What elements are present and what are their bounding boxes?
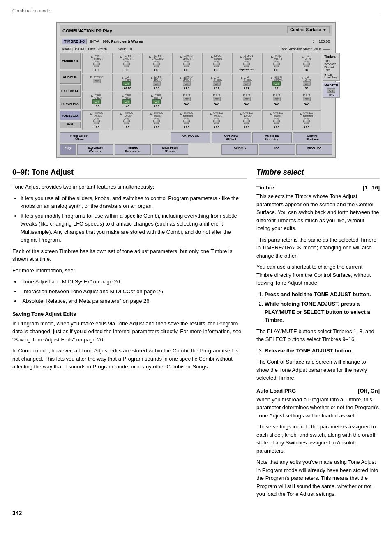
param-fltr-eq: ▶[2] FltrEQ Int Off +10 — [142, 74, 171, 91]
timbre-t1: T81 — [324, 59, 338, 63]
auto-load-para1: When you first load a Program into a Tim… — [256, 396, 380, 420]
knob-7[interactable] — [273, 61, 280, 67]
r4-val-3: +00 — [144, 125, 169, 129]
ms-vs-btn[interactable]: On — [272, 81, 280, 86]
cell-title-4: ▶[1] AmpLFO1 Int — [174, 54, 199, 60]
audio-in-btn[interactable]: Audio In/Sampling — [252, 132, 292, 143]
off7-btn[interactable]: Off — [273, 97, 281, 101]
param-time: ▶[2]Time On +0010 — [112, 74, 141, 91]
play-btn[interactable]: Play — [60, 144, 76, 155]
filter-eq-btn[interactable]: On — [152, 99, 160, 104]
value-3: +88 — [144, 68, 169, 72]
type-info: Type: Absolute Stored Value: —— — [280, 47, 330, 51]
rt-karma-text: RT/KARMA — [61, 102, 79, 106]
right-panel: Timbre: T81 INT-0032 Piano & Tech ■ Auto… — [323, 53, 340, 130]
r4-val-2: +00 — [114, 125, 139, 129]
filter-cutoff-btn[interactable]: On — [92, 99, 100, 104]
eg-knob-2[interactable] — [123, 118, 130, 124]
reverse-btn[interactable]: Off — [93, 79, 101, 83]
trans2-btn[interactable]: Off — [243, 81, 251, 86]
filter-reso-btn[interactable]: On — [122, 99, 130, 104]
off4-btn[interactable]: Off — [183, 97, 191, 101]
cell-title-2: ▶[1] FltrLFO1 Int — [114, 54, 139, 60]
value-7: +00 — [264, 68, 289, 72]
eg-knob-8[interactable] — [303, 118, 310, 124]
karma-btn[interactable]: KARMA — [221, 144, 258, 155]
page-header: Combination mode — [12, 8, 380, 15]
params-grid: ▶PitchStretch +0 ▶[1] FltrLFO1 Int +30 ▶… — [82, 53, 321, 130]
knob-6[interactable] — [243, 61, 250, 67]
param-filter-eg-sustain: ▶Filter EGSustain +00 — [142, 110, 171, 130]
off6-btn[interactable]: Off — [243, 97, 251, 101]
timbro-param-btn[interactable]: TimbroParameter — [115, 144, 151, 155]
eg-knob-3[interactable] — [153, 118, 160, 124]
eg-knob-5[interactable] — [213, 118, 220, 124]
saving-para1: In Program mode, when you make edits via… — [12, 320, 247, 344]
auto-load-label: ■ AutoLoad Prog — [324, 73, 338, 79]
knob-4[interactable] — [183, 61, 190, 67]
see-2: "Interaction between Tone Adjust and MID… — [21, 288, 247, 296]
midi-filter-btn[interactable]: MIDI Filter/Zones — [152, 144, 188, 155]
timbre-1-8-label: TIMBRE 1-8 — [62, 39, 87, 44]
section-title-right: Timbre select — [256, 168, 380, 179]
karma-ge-btn[interactable]: KARMA GE — [171, 132, 210, 143]
param-ms-vs: ▶[1] MS/VS/Dkit On 17 — [262, 74, 291, 91]
drive2-btn[interactable]: Off — [303, 81, 311, 86]
ifx-btn[interactable]: IFX — [259, 144, 295, 155]
cell-title-7: ▶AmpVel Int — [264, 54, 289, 60]
param-filter-eg-release: ▶Filter EGRelease +00 — [172, 110, 201, 130]
param-amp-lfo1-2: ▶[2] AmpLFO1 Int Off +20 — [172, 74, 201, 91]
eg-knob-6[interactable] — [243, 118, 250, 124]
eg-knob-7[interactable] — [273, 118, 280, 124]
external-label: EXTERNAL — [60, 85, 81, 97]
prog-select-btn[interactable]: Prog Select/Mixer — [60, 132, 99, 143]
off8-btn[interactable]: Off — [303, 97, 311, 101]
off5-btn[interactable]: Off — [213, 97, 221, 101]
knob-2[interactable] — [123, 61, 130, 67]
r3-val-1: +10 — [84, 104, 109, 108]
timbre-heading: Timbre — [256, 184, 274, 191]
play-mute-note: The PLAY/MUTE buttons select Timbres 1–8… — [256, 327, 380, 343]
para1: Each of the sixteen Timbres has its own … — [12, 247, 247, 263]
r4-val-4: +00 — [174, 125, 199, 129]
param-lfo1-speed: ▶LFO1Speed +30 — [202, 53, 231, 73]
see-1: "Tone Adjust and MIDI SysEx" on page 26 — [21, 278, 247, 286]
r2-val-3: +10 — [144, 86, 169, 90]
knob-8[interactable] — [303, 61, 310, 67]
timbre-panel-title: Timbre: — [324, 55, 338, 58]
dropdown-arrow[interactable]: ▼ — [323, 28, 327, 32]
mfx-tfx-btn[interactable]: MFX/TFX — [296, 144, 332, 155]
tempo-display: J = 120.00 — [313, 39, 330, 44]
eq-vaster-btn[interactable]: EQ/Vaster/Control — [77, 144, 113, 155]
r3-val-5: N/A — [204, 102, 229, 106]
left-column: 0–9f: Tone Adjust Tone Adjust provides t… — [12, 168, 247, 502]
master-panel: MASTER Off N/A — [323, 82, 340, 98]
control-surface-btn[interactable]: ControlSurface — [293, 132, 332, 143]
param-amp-eg-attack: ▶Amp EGAttack +00 — [202, 110, 231, 130]
r3-title-6: ▶Off — [234, 93, 259, 97]
time-btn[interactable]: On — [122, 81, 130, 86]
step-2: While holding TONE ADJUST, press a PLAY/… — [265, 300, 380, 324]
knob-5[interactable] — [213, 61, 220, 67]
params-row-4: ▶Filter EGAttack +00 ▶Filter EGDecay +00… — [82, 110, 321, 130]
r2-val-4: +20 — [174, 86, 199, 90]
header-text: Combination mode — [12, 8, 50, 13]
r4-val-7: +00 — [264, 125, 289, 129]
params-row-3: ▶FilterCutoff On +10 ▶FilterReso On +40 … — [82, 92, 321, 109]
bottom-nav-row1: Prog Select/Mixer KARMA GE Ctrl View/Eff… — [60, 132, 332, 143]
r3-title-7: ▶Off — [264, 93, 289, 97]
ctrl-view-btn[interactable]: Ctrl View/Effect — [212, 132, 251, 143]
trans1-btn[interactable]: Off — [213, 81, 221, 86]
eg-knob-4[interactable] — [183, 118, 190, 124]
see-3: "Absolute, Relative, and Meta parameters… — [21, 297, 247, 305]
master-off-btn[interactable]: Off — [327, 88, 335, 93]
amp-lfo1-btn[interactable]: Off — [183, 81, 191, 86]
r4-val-1: +00 — [84, 125, 109, 129]
fltr-eq-btn[interactable]: Off — [153, 81, 161, 86]
knob-3[interactable] — [153, 61, 160, 67]
main-bullet-list: It lets you use all of the sliders, knob… — [21, 194, 247, 244]
eg-knob-1[interactable] — [93, 118, 100, 124]
param-lfo1-fltr-a: ▶[1] FltrLFO1 IntA +88 — [142, 53, 171, 73]
knob-1[interactable] — [93, 61, 100, 67]
r4-title-5: ▶Amp EGAttack — [204, 111, 229, 117]
